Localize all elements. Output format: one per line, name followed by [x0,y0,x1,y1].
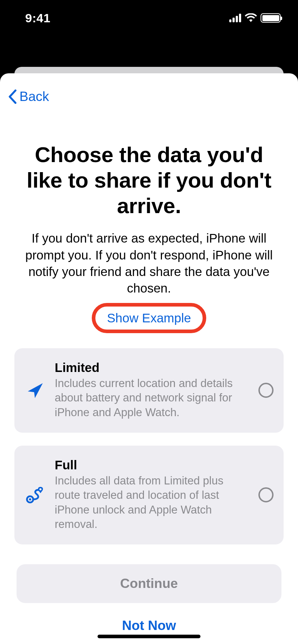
page-title: Choose the data you'd like to share if y… [14,142,284,218]
cellular-signal-icon [229,14,241,22]
show-example-highlight: Show Example [94,304,204,332]
option-text: Full Includes all data from Limited plus… [55,458,250,532]
option-title: Full [55,458,250,472]
option-title: Limited [55,360,250,375]
radio-unselected[interactable] [258,487,274,502]
footer: Continue Not Now [14,564,284,644]
show-example-button[interactable]: Show Example [94,304,204,332]
option-full[interactable]: Full Includes all data from Limited plus… [14,446,284,544]
battery-icon [261,13,281,23]
back-label: Back [19,89,49,104]
home-indicator[interactable] [98,635,200,638]
location-arrow-icon [24,381,46,400]
radio-unselected[interactable] [258,383,274,398]
option-text: Limited Includes current location and de… [55,360,250,420]
not-now-button[interactable]: Not Now [122,618,176,633]
back-button[interactable]: Back [0,73,49,104]
svg-point-1 [29,498,31,500]
status-icons [229,13,281,23]
content: Choose the data you'd like to share if y… [0,104,298,644]
option-description: Includes current location and details ab… [55,376,250,420]
status-bar: 9:41 [0,0,298,36]
page-description: If you don't arrive as expected, iPhone … [14,230,284,296]
wifi-icon [245,13,257,23]
route-icon [24,486,46,504]
svg-point-2 [40,488,42,490]
options-list: Limited Includes current location and de… [14,348,284,544]
continue-button[interactable]: Continue [17,564,281,603]
option-description: Includes all data from Limited plus rout… [55,474,250,532]
status-time: 9:41 [25,11,50,25]
option-limited[interactable]: Limited Includes current location and de… [14,348,284,433]
chevron-left-icon [8,89,17,104]
modal-sheet: Back Choose the data you'd like to share… [0,73,298,644]
